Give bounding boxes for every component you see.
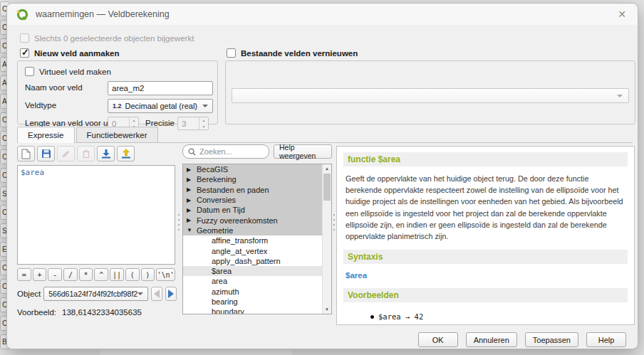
- tree-group-geometrie[interactable]: ▼Geometrie: [183, 226, 322, 235]
- tree-group-datum-tijd[interactable]: ▶Datum en Tijd: [183, 205, 322, 215]
- close-icon[interactable]: ✕: [615, 7, 629, 21]
- ok-button[interactable]: OK: [418, 332, 458, 347]
- trash-icon: [82, 149, 90, 159]
- decimal-type-icon: 1.2: [113, 102, 122, 110]
- tree-item-area-function-selected[interactable]: $area: [183, 266, 322, 276]
- tree-group-fuzzy[interactable]: ▶Fuzzy overeenkomsten: [183, 215, 322, 225]
- export-expression-button[interactable]: [117, 146, 135, 161]
- chevron-down-icon: [202, 105, 208, 107]
- chevron-right-icon: ▶: [187, 186, 192, 193]
- export-arrow-icon: [121, 149, 131, 159]
- dialog-button-box: OK Annuleren Toepassen Help: [418, 332, 626, 347]
- edit-expression-button: [57, 146, 75, 161]
- tree-item-bearing[interactable]: bearing: [183, 297, 322, 307]
- operator-concat-button[interactable]: ||: [110, 268, 124, 281]
- background-statusbar-fragment: [100, 350, 292, 355]
- new-field-group: Virtueel veld maken Naam voor veld area_…: [17, 60, 218, 124]
- scrollbar-thumb[interactable]: [323, 174, 331, 201]
- show-help-button[interactable]: Help weergeven: [274, 144, 332, 159]
- cancel-button[interactable]: Annuleren: [466, 332, 517, 347]
- feature-navigation-row: Object 566d61a24f7d4f92fcbf98f2: [17, 287, 177, 301]
- operator-multiply-button[interactable]: *: [79, 268, 93, 281]
- operator-newline-button[interactable]: '\n': [156, 268, 175, 281]
- tree-scrollbar[interactable]: ▲ ▼: [322, 164, 331, 314]
- tree-group-berekening[interactable]: ▶Berekening: [183, 174, 322, 184]
- tab-expressie[interactable]: Expressie: [17, 127, 75, 143]
- operator-close-paren-button[interactable]: ): [141, 268, 155, 281]
- operator-equals-button[interactable]: =: [17, 268, 31, 281]
- scroll-down-icon[interactable]: ▼: [323, 305, 331, 314]
- import-arrow-icon: [101, 149, 111, 159]
- function-search-box[interactable]: [182, 144, 269, 159]
- new-file-icon: [21, 149, 31, 159]
- field-name-label: Naam voor veld: [25, 83, 83, 92]
- function-help-panel: functie $area Geeft de oppervlakte van h…: [336, 146, 635, 325]
- apply-button[interactable]: Toepassen: [525, 332, 578, 347]
- tree-item-boundary[interactable]: boundary: [183, 307, 322, 314]
- operator-plus-button[interactable]: +: [33, 268, 47, 281]
- new-expression-button[interactable]: [17, 146, 35, 161]
- tab-functiebewerker[interactable]: Functiebewerker: [76, 127, 158, 142]
- operator-divide-button[interactable]: /: [63, 268, 78, 281]
- tree-group-conversies[interactable]: ▶Conversies: [183, 195, 322, 205]
- expression-code-editor[interactable]: $area: [17, 165, 175, 265]
- previous-feature-button: [151, 287, 162, 301]
- tree-item-affine-transform[interactable]: affine_transform: [183, 235, 322, 245]
- save-icon: [41, 149, 51, 159]
- field-calculator-dialog: waarnemingen — Veldberekening ✕ Slechts …: [6, 3, 638, 349]
- existing-field-dropdown: [232, 88, 629, 103]
- tree-item-area[interactable]: area: [183, 276, 322, 286]
- tree-item-angle-at-vertex[interactable]: angle_at_vertex: [183, 245, 322, 255]
- expression-column: $area = + - / * ^ || ( ) '\n' Object 566…: [17, 143, 177, 317]
- chevron-right-icon: ▶: [187, 207, 192, 213]
- save-expression-button[interactable]: [37, 146, 55, 161]
- tree-group-becagis[interactable]: ▶BecaGIS: [183, 164, 322, 174]
- dialog-titlebar[interactable]: waarnemingen — Veldberekening ✕: [7, 4, 638, 25]
- existing-field-group: [225, 60, 635, 124]
- pencil-icon: [61, 149, 71, 159]
- search-icon: [188, 148, 196, 156]
- next-feature-button[interactable]: [165, 287, 177, 301]
- splitter-handle[interactable]: [178, 214, 180, 233]
- operator-power-button[interactable]: ^: [94, 268, 108, 281]
- operator-open-paren-button[interactable]: (: [125, 268, 140, 281]
- function-tree: ▶BecaGIS ▶Berekening ▶Bestanden en paden…: [182, 164, 332, 314]
- field-type-label: Veldtype: [25, 101, 56, 110]
- help-description: Geeft de oppervlakte van het huidige obj…: [346, 173, 625, 242]
- checkbox-checked-icon[interactable]: [20, 48, 29, 58]
- field-type-dropdown[interactable]: 1.2 Decimaal getal (real): [108, 99, 213, 113]
- arrow-left-icon: [154, 290, 160, 298]
- search-input[interactable]: [199, 147, 264, 156]
- operator-buttons: = + - / * ^ || ( ) '\n': [17, 268, 175, 281]
- qgis-logo-icon: [16, 8, 29, 21]
- dialog-title: waarnemingen — Veldberekening: [36, 9, 170, 19]
- chevron-right-icon: ▶: [187, 217, 192, 223]
- update-existing-field-checkbox[interactable]: Bestaande velden vernieuwen: [227, 48, 358, 58]
- chevron-right-icon: ▶: [187, 176, 192, 183]
- preview-value: 138,61432334035635: [62, 308, 142, 317]
- chevron-right-icon: ▶: [187, 166, 192, 173]
- tree-group-bestanden[interactable]: ▶Bestanden en paden: [183, 185, 322, 195]
- help-title: functie $area: [343, 152, 628, 166]
- checkbox-icon[interactable]: [25, 67, 34, 76]
- help-button[interactable]: Help: [586, 332, 626, 347]
- chevron-down-icon: [617, 95, 623, 97]
- create-new-field-checkbox[interactable]: Nieuw veld aanmaken: [20, 48, 120, 58]
- import-expression-button[interactable]: [97, 146, 115, 161]
- splitter-handle[interactable]: [333, 214, 335, 233]
- help-examples-header: Voorbeelden: [343, 288, 628, 302]
- tree-item-azimuth[interactable]: azimuth: [183, 287, 322, 297]
- feature-dropdown[interactable]: 566d61a24f7d4f92fcbf98f2: [43, 287, 148, 301]
- operator-minus-button[interactable]: -: [48, 268, 62, 281]
- checkbox-icon[interactable]: [227, 48, 236, 58]
- function-list-column: Help weergeven ▶BecaGIS ▶Berekening ▶Bes…: [182, 144, 332, 314]
- field-name-input[interactable]: area_m2: [108, 81, 213, 95]
- tree-item-apply-dash-pattern[interactable]: apply_dash_pattern: [183, 256, 322, 266]
- scroll-up-icon[interactable]: ▲: [323, 164, 331, 173]
- bullet-icon: [370, 315, 374, 319]
- chevron-down-icon: [137, 292, 143, 295]
- tab-bar: Expressie Functiebewerker: [17, 127, 633, 143]
- expression-toolbar: [17, 146, 177, 161]
- virtual-field-checkbox[interactable]: Virtueel veld maken: [25, 67, 111, 76]
- help-syntax-header: Syntaxis: [343, 250, 628, 264]
